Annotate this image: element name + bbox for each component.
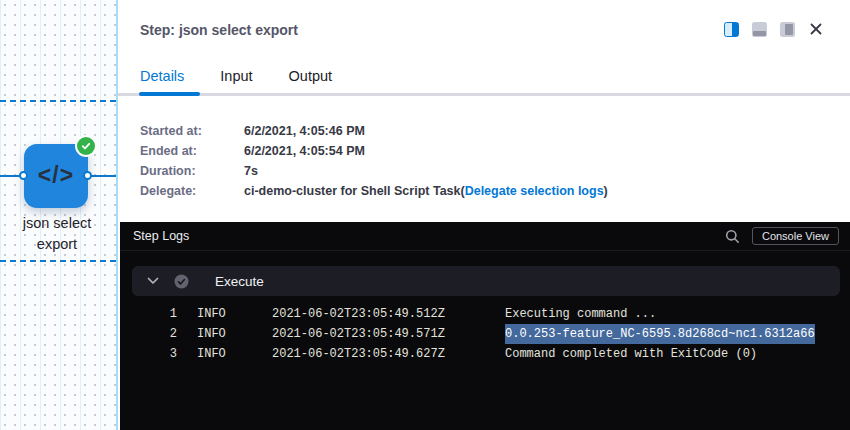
detail-value: ci-demo-cluster for Shell Script Task( (244, 184, 465, 198)
log-message-selected: 0.0.253-feature_NC-6595.8d268cd~nc1.6312… (505, 324, 815, 344)
console-view-button[interactable]: Console View (752, 227, 839, 245)
detail-value: 6/2/2021, 4:05:46 PM (244, 124, 365, 138)
log-section-title: Execute (215, 274, 264, 289)
log-timestamp: 2021-06-02T23:05:49.627Z (272, 344, 505, 364)
delegate-selection-logs-link[interactable]: Delegate selection logs (465, 184, 604, 198)
log-level: INFO (197, 324, 252, 344)
close-icon[interactable] (808, 21, 824, 37)
detail-label: Delegate: (140, 184, 244, 198)
tab-details[interactable]: Details (140, 68, 184, 84)
step-details-panel: Step: json select export Details Input O… (116, 0, 850, 430)
log-level: INFO (197, 304, 252, 324)
detail-row-delegate: Delegate: ci-demo-cluster for Shell Scri… (140, 181, 608, 201)
active-tab-indicator (139, 92, 200, 96)
search-icon[interactable] (725, 229, 740, 244)
tab-input[interactable]: Input (220, 68, 252, 84)
pipeline-canvas[interactable]: </> json select export (0, 0, 116, 430)
pipeline-step-screen: </> json select export Step: json select… (0, 0, 850, 430)
tab-output[interactable]: Output (289, 68, 333, 84)
tab-track (118, 93, 850, 96)
node-port-right[interactable] (83, 171, 92, 180)
log-line[interactable]: 1 INFO 2021-06-02T23:05:49.512Z Executin… (120, 304, 850, 324)
panel-title: Step: json select export (140, 22, 298, 38)
success-check-icon (77, 137, 95, 155)
stage-boundary-top (0, 100, 116, 102)
code-icon: </> (38, 162, 74, 189)
detail-row-started: Started at: 6/2/2021, 4:05:46 PM (140, 121, 608, 141)
step-logs-title: Step Logs (133, 229, 189, 243)
detail-row-ended: Ended at: 6/2/2021, 4:05:54 PM (140, 141, 608, 161)
log-message: Executing command ... (505, 304, 656, 324)
log-section-execute[interactable]: Execute (132, 266, 840, 296)
detail-value: 7s (244, 164, 258, 178)
pipeline-node-json-select-export[interactable]: </> (24, 144, 88, 208)
log-message: Command completed with ExitCode (0) (505, 344, 757, 364)
log-level: INFO (197, 344, 252, 364)
chevron-down-icon[interactable] (147, 277, 159, 285)
step-metadata: Started at: 6/2/2021, 4:05:46 PM Ended a… (140, 121, 608, 201)
detail-label: Ended at: (140, 144, 244, 158)
log-line[interactable]: 3 INFO 2021-06-02T23:05:49.627Z Command … (120, 344, 850, 364)
bottom-view-icon[interactable] (752, 22, 767, 37)
detail-row-duration: Duration: 7s (140, 161, 608, 181)
node-label: json select export (0, 213, 114, 255)
split-view-icon[interactable] (724, 22, 739, 37)
detail-label: Duration: (140, 164, 244, 178)
log-line-number: 1 (120, 304, 177, 324)
log-timestamp: 2021-06-02T23:05:49.512Z (272, 304, 505, 324)
log-timestamp: 2021-06-02T23:05:49.571Z (272, 324, 505, 344)
node-port-left[interactable] (19, 171, 28, 180)
stage-boundary-bottom (0, 260, 116, 262)
detail-tabs: Details Input Output (140, 68, 332, 84)
section-success-icon (174, 274, 189, 289)
detail-value: 6/2/2021, 4:05:54 PM (244, 144, 365, 158)
log-line-number: 2 (120, 324, 177, 344)
step-logs-header: Step Logs Console View (120, 222, 850, 251)
log-line[interactable]: 2 INFO 2021-06-02T23:05:49.571Z 0.0.253-… (120, 324, 850, 344)
step-logs-panel: Step Logs Console View Execute 1 (120, 222, 850, 430)
panel-view-controls (724, 21, 824, 37)
right-view-icon[interactable] (780, 22, 795, 37)
detail-label: Started at: (140, 124, 244, 138)
log-line-number: 3 (120, 344, 177, 364)
log-lines: 1 INFO 2021-06-02T23:05:49.512Z Executin… (120, 304, 850, 364)
detail-value-suffix: ) (604, 184, 608, 198)
